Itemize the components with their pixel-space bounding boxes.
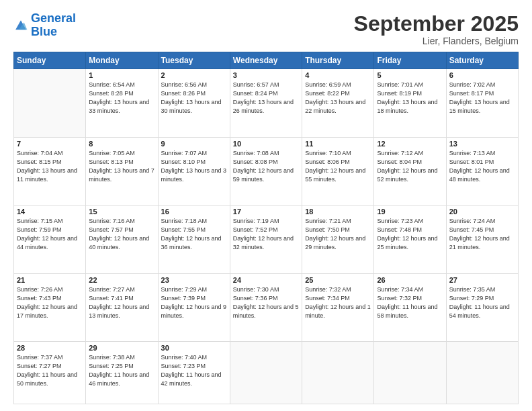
calendar-week-row: 21Sunrise: 7:26 AMSunset: 7:43 PMDayligh… bbox=[14, 273, 519, 341]
day-info: Sunrise: 7:40 AMSunset: 7:23 PMDaylight:… bbox=[161, 353, 227, 388]
calendar-cell bbox=[230, 342, 302, 404]
day-info: Sunrise: 7:19 AMSunset: 7:52 PMDaylight:… bbox=[233, 217, 299, 252]
calendar-cell: 19Sunrise: 7:23 AMSunset: 7:48 PMDayligh… bbox=[374, 205, 446, 273]
day-number: 12 bbox=[377, 140, 443, 148]
calendar-cell bbox=[14, 69, 86, 137]
calendar-cell: 23Sunrise: 7:29 AMSunset: 7:39 PMDayligh… bbox=[158, 273, 230, 341]
calendar-cell: 6Sunrise: 7:02 AMSunset: 8:17 PMDaylight… bbox=[446, 69, 518, 137]
month-title: September 2025 bbox=[354, 12, 519, 36]
logo-icon bbox=[13, 18, 28, 33]
calendar-cell: 7Sunrise: 7:04 AMSunset: 8:15 PMDaylight… bbox=[14, 137, 86, 205]
weekday-header-thursday: Thursday bbox=[302, 52, 374, 69]
weekday-header-friday: Friday bbox=[374, 52, 446, 69]
day-number: 5 bbox=[377, 71, 443, 79]
calendar-cell: 17Sunrise: 7:19 AMSunset: 7:52 PMDayligh… bbox=[230, 205, 302, 273]
weekday-header-sunday: Sunday bbox=[14, 52, 86, 69]
day-number: 13 bbox=[449, 140, 515, 148]
calendar-cell: 3Sunrise: 6:57 AMSunset: 8:24 PMDaylight… bbox=[230, 69, 302, 137]
day-info: Sunrise: 7:32 AMSunset: 7:34 PMDaylight:… bbox=[305, 285, 371, 320]
calendar-week-row: 1Sunrise: 6:54 AMSunset: 8:28 PMDaylight… bbox=[14, 69, 519, 137]
day-number: 29 bbox=[89, 344, 154, 352]
calendar-header-row: SundayMondayTuesdayWednesdayThursdayFrid… bbox=[14, 52, 519, 69]
day-number: 24 bbox=[233, 276, 299, 284]
weekday-header-saturday: Saturday bbox=[446, 52, 518, 69]
day-number: 21 bbox=[17, 276, 83, 284]
calendar-cell: 28Sunrise: 7:37 AMSunset: 7:27 PMDayligh… bbox=[14, 342, 86, 404]
day-info: Sunrise: 7:16 AMSunset: 7:57 PMDaylight:… bbox=[89, 217, 154, 252]
calendar-cell: 16Sunrise: 7:18 AMSunset: 7:55 PMDayligh… bbox=[158, 205, 230, 273]
day-info: Sunrise: 7:12 AMSunset: 8:04 PMDaylight:… bbox=[377, 149, 443, 184]
calendar-cell: 18Sunrise: 7:21 AMSunset: 7:50 PMDayligh… bbox=[302, 205, 374, 273]
calendar-cell: 27Sunrise: 7:35 AMSunset: 7:29 PMDayligh… bbox=[446, 273, 518, 341]
weekday-header-tuesday: Tuesday bbox=[158, 52, 230, 69]
day-number: 27 bbox=[449, 276, 515, 284]
day-number: 18 bbox=[305, 208, 371, 216]
page: General Blue September 2025 Lier, Flande… bbox=[0, 0, 532, 411]
day-number: 3 bbox=[233, 71, 299, 79]
day-info: Sunrise: 6:57 AMSunset: 8:24 PMDaylight:… bbox=[233, 81, 299, 116]
calendar-cell: 10Sunrise: 7:08 AMSunset: 8:08 PMDayligh… bbox=[230, 137, 302, 205]
day-info: Sunrise: 7:24 AMSunset: 7:45 PMDaylight:… bbox=[449, 217, 515, 252]
calendar-cell: 25Sunrise: 7:32 AMSunset: 7:34 PMDayligh… bbox=[302, 273, 374, 341]
day-info: Sunrise: 7:37 AMSunset: 7:27 PMDaylight:… bbox=[17, 353, 83, 388]
calendar-cell: 30Sunrise: 7:40 AMSunset: 7:23 PMDayligh… bbox=[158, 342, 230, 404]
header: General Blue September 2025 Lier, Flande… bbox=[13, 12, 519, 46]
day-number: 10 bbox=[233, 140, 299, 148]
day-info: Sunrise: 7:27 AMSunset: 7:41 PMDaylight:… bbox=[89, 285, 154, 320]
day-number: 30 bbox=[161, 344, 227, 352]
calendar-cell: 29Sunrise: 7:38 AMSunset: 7:25 PMDayligh… bbox=[86, 342, 158, 404]
day-info: Sunrise: 6:56 AMSunset: 8:26 PMDaylight:… bbox=[161, 81, 227, 116]
calendar-cell: 14Sunrise: 7:15 AMSunset: 7:59 PMDayligh… bbox=[14, 205, 86, 273]
title-block: September 2025 Lier, Flanders, Belgium bbox=[354, 12, 519, 46]
day-number: 6 bbox=[449, 71, 515, 79]
day-info: Sunrise: 6:59 AMSunset: 8:22 PMDaylight:… bbox=[305, 81, 371, 116]
day-number: 2 bbox=[161, 71, 227, 79]
day-number: 7 bbox=[17, 140, 83, 148]
day-info: Sunrise: 7:35 AMSunset: 7:29 PMDaylight:… bbox=[449, 285, 515, 320]
calendar-cell: 2Sunrise: 6:56 AMSunset: 8:26 PMDaylight… bbox=[158, 69, 230, 137]
day-number: 26 bbox=[377, 276, 443, 284]
location: Lier, Flanders, Belgium bbox=[354, 36, 519, 46]
day-number: 19 bbox=[377, 208, 443, 216]
logo-general: General bbox=[31, 11, 76, 25]
day-info: Sunrise: 7:15 AMSunset: 7:59 PMDaylight:… bbox=[17, 217, 83, 252]
calendar-week-row: 7Sunrise: 7:04 AMSunset: 8:15 PMDaylight… bbox=[14, 137, 519, 205]
calendar-week-row: 14Sunrise: 7:15 AMSunset: 7:59 PMDayligh… bbox=[14, 205, 519, 273]
calendar-cell: 24Sunrise: 7:30 AMSunset: 7:36 PMDayligh… bbox=[230, 273, 302, 341]
day-info: Sunrise: 7:30 AMSunset: 7:36 PMDaylight:… bbox=[233, 285, 299, 320]
day-info: Sunrise: 7:23 AMSunset: 7:48 PMDaylight:… bbox=[377, 217, 443, 252]
weekday-header-wednesday: Wednesday bbox=[230, 52, 302, 69]
calendar-week-row: 28Sunrise: 7:37 AMSunset: 7:27 PMDayligh… bbox=[14, 342, 519, 404]
weekday-header-monday: Monday bbox=[86, 52, 158, 69]
day-info: Sunrise: 7:29 AMSunset: 7:39 PMDaylight:… bbox=[161, 285, 227, 320]
day-info: Sunrise: 7:02 AMSunset: 8:17 PMDaylight:… bbox=[449, 81, 515, 116]
calendar-cell bbox=[374, 342, 446, 404]
calendar-cell: 20Sunrise: 7:24 AMSunset: 7:45 PMDayligh… bbox=[446, 205, 518, 273]
calendar-cell: 22Sunrise: 7:27 AMSunset: 7:41 PMDayligh… bbox=[86, 273, 158, 341]
day-info: Sunrise: 7:34 AMSunset: 7:32 PMDaylight:… bbox=[377, 285, 443, 320]
day-number: 14 bbox=[17, 208, 83, 216]
day-number: 9 bbox=[161, 140, 227, 148]
day-number: 20 bbox=[449, 208, 515, 216]
day-info: Sunrise: 7:07 AMSunset: 8:10 PMDaylight:… bbox=[161, 149, 227, 184]
day-number: 15 bbox=[89, 208, 154, 216]
day-number: 22 bbox=[89, 276, 154, 284]
calendar-cell: 8Sunrise: 7:05 AMSunset: 8:13 PMDaylight… bbox=[86, 137, 158, 205]
day-info: Sunrise: 7:01 AMSunset: 8:19 PMDaylight:… bbox=[377, 81, 443, 116]
day-info: Sunrise: 7:10 AMSunset: 8:06 PMDaylight:… bbox=[305, 149, 371, 184]
logo: General Blue bbox=[13, 12, 76, 39]
calendar-cell: 1Sunrise: 6:54 AMSunset: 8:28 PMDaylight… bbox=[86, 69, 158, 137]
day-number: 1 bbox=[89, 71, 154, 79]
logo-text: General Blue bbox=[31, 12, 76, 39]
calendar-cell bbox=[302, 342, 374, 404]
calendar-cell: 11Sunrise: 7:10 AMSunset: 8:06 PMDayligh… bbox=[302, 137, 374, 205]
calendar-cell: 9Sunrise: 7:07 AMSunset: 8:10 PMDaylight… bbox=[158, 137, 230, 205]
day-info: Sunrise: 6:54 AMSunset: 8:28 PMDaylight:… bbox=[89, 81, 154, 116]
calendar-cell: 26Sunrise: 7:34 AMSunset: 7:32 PMDayligh… bbox=[374, 273, 446, 341]
day-info: Sunrise: 7:08 AMSunset: 8:08 PMDaylight:… bbox=[233, 149, 299, 184]
calendar-table: SundayMondayTuesdayWednesdayThursdayFrid… bbox=[13, 52, 519, 404]
day-number: 11 bbox=[305, 140, 371, 148]
day-info: Sunrise: 7:26 AMSunset: 7:43 PMDaylight:… bbox=[17, 285, 83, 320]
calendar-cell: 5Sunrise: 7:01 AMSunset: 8:19 PMDaylight… bbox=[374, 69, 446, 137]
calendar-cell: 21Sunrise: 7:26 AMSunset: 7:43 PMDayligh… bbox=[14, 273, 86, 341]
